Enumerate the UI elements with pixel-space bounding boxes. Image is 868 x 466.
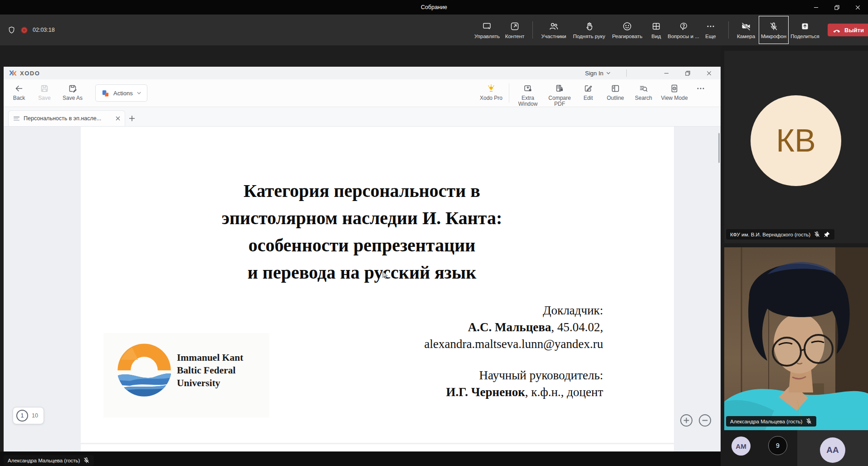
new-tab-button[interactable] xyxy=(125,110,139,126)
participant-name-chip: КФУ им. В.И. Вернадского (гость) xyxy=(726,229,834,240)
compare-pdf-button[interactable]: Compare PDF xyxy=(544,79,575,107)
participant-avatar-aa: AA xyxy=(820,437,845,463)
xodo-more-button[interactable] xyxy=(692,79,710,107)
xodo-window-controls xyxy=(656,67,720,79)
pdf-page-1: Категория персональности в эпистолярном … xyxy=(81,127,674,443)
view-mode-button[interactable]: View Mode xyxy=(657,79,692,107)
actions-icon xyxy=(102,89,109,97)
titlebar-divider xyxy=(626,69,627,77)
outline-button[interactable]: Outline xyxy=(601,79,630,107)
pdf-page-2-edge xyxy=(81,444,674,451)
share-bottom-strip xyxy=(0,451,721,466)
xodo-pro-button[interactable]: Xodo Pro xyxy=(476,79,506,107)
total-pages: 10 xyxy=(32,412,38,419)
save-button[interactable]: Save xyxy=(34,79,54,107)
manage-button[interactable]: Управлять xyxy=(473,16,502,44)
leave-button[interactable]: Выйти xyxy=(828,24,868,36)
view-button[interactable]: Вид xyxy=(646,16,666,44)
xodo-tabbar: Персональность в эп.насле... xyxy=(4,107,721,127)
presenter-name-chip: Александра Мальцева (гость) xyxy=(4,455,94,466)
recording-icon xyxy=(20,26,28,34)
participants-button[interactable]: Участники xyxy=(537,16,570,44)
xodo-restore-icon[interactable] xyxy=(677,67,698,79)
question-bubble-icon xyxy=(678,21,688,31)
participant-tile-kb[interactable]: КВ КФУ им. В.И. Вернадского (гость) xyxy=(724,51,868,243)
xodo-toolbar-right: Xodo Pro Extra Window Compare PDF Edit xyxy=(476,79,710,107)
camera-button[interactable]: Камера xyxy=(733,16,759,44)
xodo-pro-gem-icon xyxy=(487,84,496,93)
participant-avatar-am[interactable]: AM xyxy=(731,437,751,456)
university-logo-text: Immanuel Kant Baltic Federal University xyxy=(177,351,243,389)
chevron-down-icon xyxy=(606,72,610,74)
outline-panel-icon xyxy=(611,84,620,93)
meeting-window-title: Собрание xyxy=(421,4,447,10)
ellipsis-icon xyxy=(706,21,716,31)
raise-hand-icon xyxy=(584,21,594,31)
ellipsis-icon xyxy=(696,84,705,93)
manage-screen-icon xyxy=(482,21,492,31)
participant-tile-aa[interactable]: AA xyxy=(797,430,868,466)
xodo-brand: XODO xyxy=(9,69,40,77)
content-button[interactable]: Контент xyxy=(502,16,528,44)
actions-button[interactable]: Actions xyxy=(95,84,147,102)
pdf-viewport[interactable]: Категория персональности в эпистолярном … xyxy=(4,127,721,451)
xodo-toolbar-left: Back Save Save As Actions xyxy=(10,79,147,107)
raise-hand-button[interactable]: Поднять руку xyxy=(570,16,608,44)
participants-sidebar: КВ КФУ им. В.И. Вернадского (гость) xyxy=(721,45,868,466)
save-as-button[interactable]: Save As xyxy=(61,79,84,107)
react-button[interactable]: Реагировать xyxy=(608,16,646,44)
scrollbar-thumb[interactable] xyxy=(718,133,720,163)
restore-icon[interactable] xyxy=(826,0,847,15)
mic-off-icon xyxy=(805,418,812,425)
share-content-icon xyxy=(510,21,520,31)
shield-icon xyxy=(7,26,16,34)
xodo-titlebar: XODO Sign In xyxy=(4,67,721,79)
zoom-in-button[interactable] xyxy=(680,414,692,427)
mouse-cursor xyxy=(382,271,389,280)
tab-title: Персональность в эп.насле... xyxy=(24,115,112,122)
participants-overflow-count[interactable]: 9 xyxy=(768,436,787,455)
slide-title: Категория персональности в эпистолярном … xyxy=(149,177,575,286)
minimize-icon[interactable] xyxy=(805,0,826,15)
xodo-logo-icon xyxy=(9,69,17,77)
zoom-out-button[interactable] xyxy=(699,414,711,427)
mic-button[interactable]: Микрофон xyxy=(759,16,789,44)
save-icon xyxy=(40,84,49,93)
tab-close-icon[interactable] xyxy=(116,116,120,121)
close-icon[interactable] xyxy=(847,0,868,15)
save-as-icon xyxy=(68,84,77,93)
more-button[interactable]: Еще xyxy=(701,16,721,44)
edit-button[interactable]: Edit xyxy=(575,79,601,107)
participants-icon xyxy=(549,21,559,31)
page-indicator[interactable]: 1 10 xyxy=(13,407,44,424)
questions-button[interactable]: Вопросы и ... xyxy=(666,16,701,44)
xodo-close-icon[interactable] xyxy=(698,67,720,79)
xodo-toolbar: Back Save Save As Actions xyxy=(4,79,721,107)
meeting-timer: 02:03:18 xyxy=(33,27,55,33)
sign-in-button[interactable]: Sign In xyxy=(585,67,610,79)
document-icon xyxy=(13,116,20,121)
compare-pdf-icon xyxy=(555,84,564,93)
plus-icon xyxy=(129,115,135,122)
share-up-icon xyxy=(800,21,810,31)
participant-video-tile[interactable]: Александра Мальцева (гость) xyxy=(724,247,868,430)
teams-titlebar: Собрание xyxy=(0,0,868,15)
react-smiley-icon xyxy=(622,21,632,31)
xodo-minimize-icon[interactable] xyxy=(656,67,677,79)
document-tab[interactable]: Персональность в эп.насле... xyxy=(8,110,125,126)
current-page-badge: 1 xyxy=(16,410,28,422)
back-button[interactable]: Back xyxy=(10,79,28,107)
university-logo-icon xyxy=(115,340,173,398)
mic-off-icon xyxy=(814,231,820,238)
edit-pencil-icon xyxy=(584,84,593,93)
search-button[interactable]: Search xyxy=(630,79,657,107)
extra-window-button[interactable]: Extra Window xyxy=(512,79,544,107)
toolbar-divider xyxy=(532,21,533,39)
chevron-down-icon xyxy=(137,92,141,94)
screen-share-stage: XODO Sign In Back Save xyxy=(0,45,721,466)
search-icon xyxy=(639,84,648,93)
slide-speaker-block: Докладчик: А.С. Мальцева, 45.04.02, alex… xyxy=(424,302,603,401)
share-button[interactable]: Поделиться xyxy=(789,16,821,44)
toolbar-divider xyxy=(509,83,509,103)
view-mode-icon xyxy=(670,84,679,93)
